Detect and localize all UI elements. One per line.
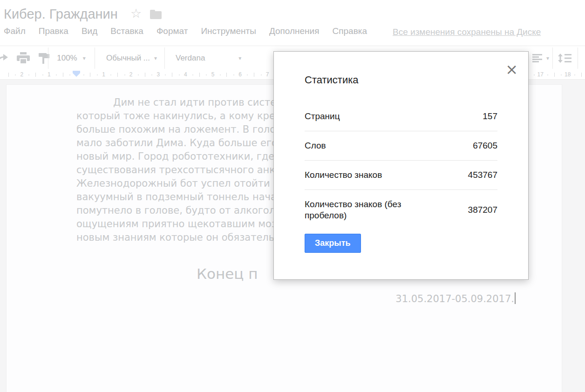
indent-marker[interactable]	[73, 71, 80, 73]
date-text: 31.05.2017-05.09.2017.	[395, 293, 514, 304]
doc-text-line: который тоже накинулись, а кому крес	[76, 109, 285, 123]
doc-text-line: помутнело в голове, будто от алкоголя	[76, 204, 285, 217]
ruler-tick	[35, 73, 36, 77]
text-cursor	[515, 292, 516, 304]
ruler-number: 5	[211, 71, 215, 78]
ruler-tick	[8, 73, 9, 77]
stat-row: Слов67605	[305, 131, 497, 161]
stat-value: 387207	[468, 205, 497, 215]
ruler-number: 2	[20, 71, 23, 78]
line-spacing-icon	[558, 53, 572, 63]
ruler-number: 4	[184, 71, 187, 78]
ruler-number: 1	[102, 71, 105, 78]
ruler-tick	[206, 74, 207, 75]
ruler-tick	[83, 74, 84, 75]
ruler-tick	[561, 74, 562, 75]
menubar: ФайлПравкаВидВставкаФорматИнструментыДоп…	[4, 26, 367, 36]
ruler-tick	[172, 73, 172, 77]
ruler-number: 3	[156, 71, 160, 78]
ruler-tick	[97, 74, 98, 75]
close-icon[interactable]: ×	[505, 62, 518, 77]
stat-row: Страниц157	[305, 102, 497, 131]
ruler-tick	[547, 74, 548, 75]
ruler-tick	[110, 74, 111, 75]
toolbar-separator	[578, 47, 578, 69]
ruler-tick	[192, 74, 193, 75]
align-icon	[532, 54, 543, 63]
document-heading: Конец п	[197, 265, 258, 282]
ruler-tick	[233, 74, 234, 75]
star-icon[interactable]: ☆	[130, 7, 142, 20]
ruler-tick	[581, 73, 582, 77]
ruler-number: 7	[266, 71, 269, 78]
doc-text-line: больше похожим на ложемент. В голов	[76, 123, 285, 136]
ruler-number: 1	[48, 71, 51, 78]
ruler-tick	[138, 74, 139, 75]
menu-item-1[interactable]: Правка	[39, 26, 68, 36]
stat-row: Количество знаков (без пробелов)387207	[305, 190, 497, 230]
redo-icon[interactable]	[0, 53, 8, 64]
ruler-tick	[220, 74, 221, 75]
ruler-tick	[117, 73, 118, 77]
ruler-tick	[179, 74, 180, 75]
doc-text-line: Железнодорожный бот успел отойти во	[76, 177, 285, 190]
print-icon[interactable]	[17, 52, 30, 64]
doc-title[interactable]: Кибер. Гражданин	[4, 7, 118, 22]
google-docs-window: Кибер. Гражданин ☆ ФайлПравкаВидВставкаФ…	[0, 0, 585, 392]
chevron-down-icon: ▾	[154, 55, 157, 61]
ruler-number: 18	[565, 71, 571, 78]
ruler-tick	[124, 74, 125, 75]
doc-text-line: существования трехсоттысячного анкл	[76, 163, 285, 177]
paragraph-style-value: Обычный ...	[106, 54, 150, 63]
close-button[interactable]: Закрыть	[305, 234, 361, 253]
doc-text-line: вакуумный в подземный тоннель начал	[76, 190, 285, 204]
stat-label: Слов	[305, 140, 326, 151]
document-date-line: 31.05.2017-05.09.2017.	[395, 292, 516, 304]
ruler-tick	[226, 73, 227, 77]
menu-item-5[interactable]: Инструменты	[201, 26, 256, 36]
menu-item-0[interactable]: Файл	[4, 26, 26, 36]
stat-value: 67605	[473, 141, 497, 151]
stat-row: Количество знаков453767	[305, 161, 497, 190]
statistics-rows: Страниц157Слов67605Количество знаков4537…	[305, 102, 497, 230]
ruler-number: 17	[537, 71, 544, 78]
ruler-tick	[199, 73, 200, 77]
stat-value: 157	[483, 111, 497, 122]
ruler-tick	[574, 74, 575, 75]
menu-item-3[interactable]: Вставка	[110, 26, 143, 36]
stat-value: 453767	[468, 170, 497, 180]
paragraph-style-dropdown[interactable]: Обычный ... ▾	[95, 46, 164, 70]
ruler-tick	[56, 74, 57, 75]
menu-item-2[interactable]: Вид	[82, 26, 97, 36]
ruler-tick	[90, 73, 90, 77]
menu-item-7[interactable]: Справка	[333, 26, 367, 36]
stat-label: Количество знаков (без пробелов)	[305, 199, 416, 221]
doc-text-line: ощущениям приятно щекотавшим мозг	[76, 217, 285, 231]
document-paragraph: Дим не стал идти против системкоторый то…	[76, 96, 285, 244]
menu-item-6[interactable]: Дополнения	[269, 26, 320, 36]
zoom-dropdown[interactable]: 100% ▾	[48, 46, 95, 70]
doc-text-line: Дим не стал идти против систем	[113, 96, 285, 109]
chevron-down-icon: ▾	[83, 55, 86, 61]
font-value: Verdana	[176, 54, 205, 63]
ruler-tick	[554, 73, 555, 77]
menu-item-4[interactable]: Формат	[156, 26, 188, 36]
ruler-tick	[28, 74, 29, 75]
folder-icon[interactable]	[150, 11, 162, 19]
chevron-down-icon: ▾	[546, 55, 549, 61]
ruler-tick	[247, 74, 248, 75]
ruler-tick	[69, 74, 70, 75]
doc-text-line: новым знаниям которые он обязательн	[76, 231, 285, 244]
font-dropdown[interactable]: Verdana ▾	[164, 46, 269, 70]
dialog-title: Статистика	[305, 74, 497, 86]
align-dropdown[interactable]: ▾	[529, 46, 552, 70]
line-spacing-button[interactable]	[552, 46, 578, 70]
doc-text-line: новый мир. Город робототехники, где	[76, 150, 285, 163]
ruler-tick	[63, 73, 63, 77]
ruler-tick	[42, 74, 43, 75]
ruler-number: 2	[129, 71, 133, 78]
save-status-link[interactable]: Все изменения сохранены на Диске	[393, 27, 541, 37]
ruler-tick	[151, 74, 152, 75]
ruler-tick	[15, 74, 16, 75]
stat-label: Количество знаков	[305, 169, 382, 181]
